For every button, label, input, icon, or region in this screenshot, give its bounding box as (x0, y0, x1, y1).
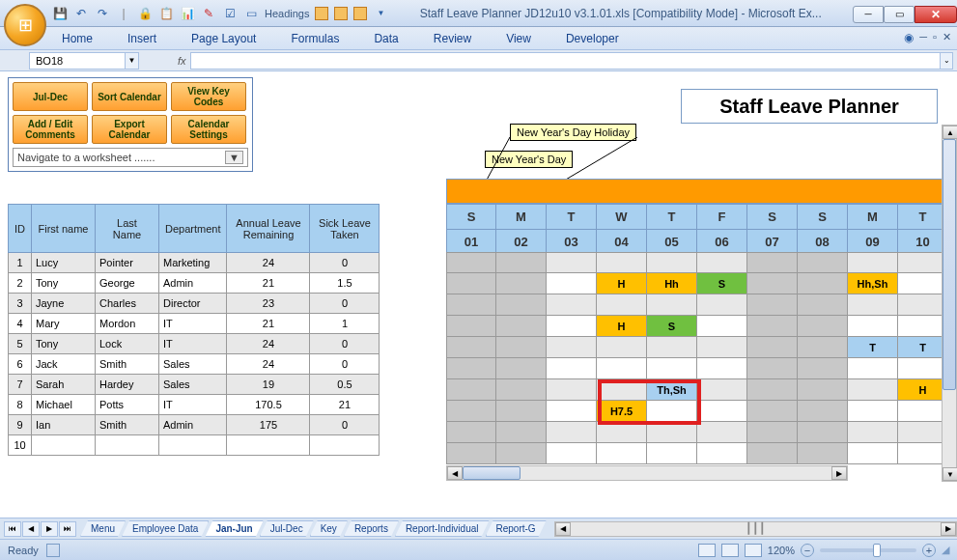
ribbon-close-icon[interactable]: ✕ (943, 31, 951, 44)
calendar-cell[interactable] (446, 422, 496, 443)
cell-sick-leave[interactable]: 0 (310, 415, 380, 435)
table-row[interactable]: 7SarahHardeySales190.5 (9, 375, 380, 395)
calendar-cell[interactable]: H (597, 273, 647, 294)
cell-annual-leave[interactable]: 24 (227, 253, 310, 273)
cell-firstname[interactable]: Jayne (32, 294, 96, 314)
col-lastname[interactable]: Last Name (96, 205, 159, 253)
cell-lastname[interactable]: Potts (96, 395, 159, 415)
macro-icon[interactable] (46, 544, 60, 557)
col-id[interactable]: ID (9, 205, 32, 253)
sheet-tab-reports[interactable]: Reports (344, 520, 399, 537)
calendar-cell[interactable] (647, 422, 697, 443)
tab-data[interactable]: Data (366, 28, 406, 49)
calendar-cell[interactable]: S (647, 316, 697, 337)
calendar-cell[interactable]: T (848, 337, 898, 358)
help-icon[interactable]: ◉ (904, 31, 914, 44)
zoom-out-button[interactable]: − (801, 544, 814, 557)
calendar-cell[interactable] (697, 379, 747, 401)
calendar-cell[interactable] (798, 358, 848, 379)
cell-firstname[interactable]: Lucy (32, 253, 96, 273)
sheet-tab-jan-jun[interactable]: Jan-Jun (205, 520, 263, 537)
calendar-cell[interactable] (747, 337, 798, 358)
calendar-cell[interactable] (496, 252, 547, 273)
sheet-tab-key[interactable]: Key (310, 520, 348, 537)
sheet-tab-jul-dec[interactable]: Jul-Dec (260, 520, 314, 537)
table-row[interactable]: 5TonyLockIT240 (9, 334, 380, 354)
redo-icon[interactable]: ↷ (95, 6, 110, 21)
juldec-month-button[interactable]: Jul-Dec (13, 82, 88, 111)
table-row[interactable]: 10 (9, 435, 380, 456)
cell-id[interactable]: 10 (9, 435, 32, 456)
view-key-codes-button[interactable]: View Key Codes (171, 82, 246, 111)
calendar-cell[interactable] (647, 358, 697, 379)
calendar-cell[interactable] (597, 294, 647, 316)
calendar-cell[interactable] (496, 379, 547, 401)
sheet-last-button[interactable]: ⏭ (59, 521, 76, 537)
sheet-prev-button[interactable]: ◀ (22, 521, 40, 537)
calendar-cell[interactable] (547, 358, 597, 379)
tab-insert[interactable]: Insert (120, 28, 164, 49)
col-annual-leave[interactable]: Annual Leave Remaining (227, 205, 310, 253)
cell-department[interactable]: Admin (159, 273, 227, 294)
lock-icon[interactable]: 🔒 (137, 6, 153, 21)
calendar-cell[interactable] (798, 422, 848, 443)
window-icon[interactable]: ▭ (243, 6, 259, 21)
navigate-worksheet-select[interactable]: Navigate to a worksheet ....... ▼ (13, 148, 248, 167)
cell-id[interactable]: 9 (9, 415, 32, 435)
cell-firstname[interactable]: Michael (32, 395, 96, 415)
table-row[interactable]: 1LucyPointerMarketing240 (9, 253, 380, 273)
cell-id[interactable]: 3 (9, 294, 32, 314)
cell-id[interactable]: 1 (9, 253, 32, 273)
zoom-level[interactable]: 120% (768, 545, 795, 556)
cell-annual-leave[interactable]: 170.5 (227, 395, 310, 415)
calendar-cell[interactable] (697, 294, 747, 316)
calendar-cell[interactable] (547, 273, 597, 294)
cell-sick-leave[interactable]: 0 (310, 253, 380, 273)
calendar-cell[interactable] (446, 252, 496, 273)
cell-sick-leave[interactable]: 0 (310, 334, 380, 354)
table-row[interactable]: 8MichaelPottsIT170.521 (9, 395, 380, 415)
table-row[interactable]: 4MaryMordonIT211 (9, 314, 380, 334)
cell-firstname[interactable] (32, 435, 96, 456)
table-row[interactable]: 3JayneCharlesDirector230 (9, 294, 380, 314)
calendar-cell[interactable] (597, 443, 647, 464)
scroll-right-icon[interactable]: ▶ (831, 466, 847, 480)
calendar-cell[interactable] (647, 252, 697, 273)
table-row[interactable]: 9IanSmithAdmin1750 (9, 415, 380, 435)
calendar-cell[interactable] (446, 401, 496, 422)
calendar-cell[interactable] (697, 337, 747, 358)
calendar-cell[interactable] (747, 294, 798, 316)
calendar-cell[interactable] (496, 316, 547, 337)
tab-home[interactable]: Home (54, 28, 100, 49)
cell-id[interactable]: 5 (9, 334, 32, 354)
calendar-cell[interactable] (747, 401, 798, 422)
cell-lastname[interactable]: Smith (96, 415, 159, 435)
cell-firstname[interactable]: Mary (32, 314, 96, 334)
scroll-thumb[interactable] (463, 466, 521, 480)
edit-icon[interactable]: ✎ (201, 6, 216, 21)
cell-department[interactable]: IT (159, 395, 227, 415)
calendar-cell[interactable] (597, 358, 647, 379)
cell-lastname[interactable]: Charles (96, 294, 159, 314)
calendar-cell[interactable] (547, 443, 597, 464)
calendar-cell[interactable] (446, 273, 496, 294)
cell-firstname[interactable]: Tony (32, 273, 96, 294)
calendar-cell[interactable] (446, 443, 496, 464)
calendar-cell[interactable] (848, 294, 898, 316)
cell-sick-leave[interactable]: 0 (310, 294, 380, 314)
col-firstname[interactable]: First name (32, 205, 96, 253)
cell-department[interactable]: Marketing (159, 253, 227, 273)
cell-department[interactable]: Sales (159, 354, 227, 375)
tab-developer[interactable]: Developer (558, 28, 627, 49)
cell-sick-leave[interactable] (310, 435, 380, 456)
calendar-cell[interactable]: Hh (647, 273, 697, 294)
calendar-cell[interactable] (697, 422, 747, 443)
cell-annual-leave[interactable]: 19 (227, 375, 310, 395)
scroll-left-icon[interactable]: ◀ (447, 466, 463, 480)
view2-icon[interactable] (334, 7, 348, 20)
sheet-tab-menu[interactable]: Menu (80, 520, 126, 537)
tab-review[interactable]: Review (426, 28, 479, 49)
calendar-cell[interactable]: H (597, 316, 647, 337)
calendar-cell[interactable] (697, 252, 747, 273)
sheet-first-button[interactable]: ⏮ (4, 521, 21, 537)
